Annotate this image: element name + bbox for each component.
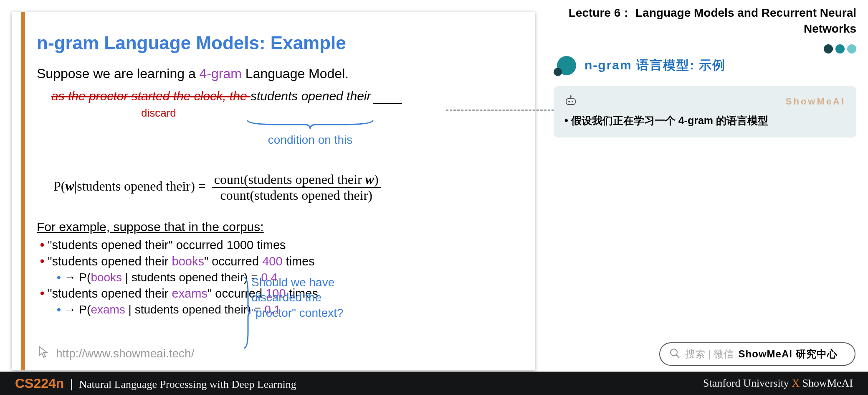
condition-label: condition on this (245, 133, 375, 147)
intro-em: 4-gram (200, 66, 242, 81)
example-sentence: as the proctor started the clock, the st… (51, 89, 523, 104)
formula-num-pre: count(students opened their (214, 172, 365, 187)
intro-line: Suppose we are learning a 4-gram Languag… (37, 66, 523, 82)
probability-formula: P(w|students opened their) = count(stude… (53, 172, 523, 203)
condition-annotation: condition on this (245, 120, 375, 147)
svg-rect-0 (566, 99, 575, 104)
formula-den: count(students opened their) (212, 187, 381, 203)
section-title: n-gram 语言模型: 示例 (585, 57, 726, 74)
footer-right: Stanford University X ShowMeAI (703, 377, 853, 390)
accent-bar (21, 12, 25, 370)
decorative-dots (554, 44, 856, 55)
svg-point-1 (568, 101, 570, 102)
slide-title: n-gram Language Models: Example (37, 33, 523, 54)
discarded-text: as the proctor started the clock, the (51, 89, 251, 103)
svg-point-5 (671, 349, 677, 356)
search-label: ShowMeAI 研究中心 (739, 347, 838, 361)
right-column: Lecture 6： Language Models and Recurrent… (539, 0, 868, 372)
svg-point-2 (572, 101, 573, 102)
slide: n-gram Language Models: Example Suppose … (12, 12, 535, 370)
course-subtitle: Natural Language Processing with Deep Le… (79, 378, 296, 391)
robot-icon (564, 95, 577, 108)
brace-icon (245, 120, 375, 133)
formula-lhs-pre: P( (53, 178, 65, 194)
svg-line-6 (676, 355, 679, 358)
discard-label: discard (141, 107, 523, 120)
section-header: n-gram 语言模型: 示例 (554, 56, 856, 75)
search-box[interactable]: 搜索 | 微信 ShowMeAI 研究中心 (659, 342, 855, 366)
footer-bar: CS224n | Natural Language Processing wit… (0, 372, 868, 395)
note-line: 假设我们正在学习一个 4-gram 的语言模型 (564, 114, 845, 127)
side-note: Should we have discarded the "proctor" c… (251, 275, 360, 321)
translation-note: ShowMeAI 假设我们正在学习一个 4-gram 的语言模型 (554, 86, 856, 138)
brand-label: ShowMeAI (786, 96, 845, 107)
formula-num-post: ) (374, 172, 379, 187)
side-brace-icon (242, 275, 251, 350)
corpus-heading: For example, suppose that in the corpus: (37, 220, 523, 234)
search-icon (669, 348, 680, 360)
intro-pre: Suppose we are learning a (37, 66, 200, 81)
section-icon (554, 56, 579, 75)
formula-w1: w (65, 178, 74, 194)
course-code: CS224n (15, 376, 64, 391)
list-item: "students opened their" occurred 1000 ti… (40, 238, 523, 252)
blank-slot (373, 89, 402, 104)
svg-point-4 (570, 95, 572, 97)
pipe: | (70, 377, 73, 391)
cursor-icon (37, 345, 51, 362)
formula-w2: w (365, 172, 374, 187)
source-link[interactable]: http://www.showmeai.tech/ (37, 345, 194, 362)
context-text: students opened their (251, 89, 371, 103)
formula-lhs-mid: |students opened their) = (74, 178, 209, 194)
list-item: "students opened their books" occurred 4… (40, 255, 523, 268)
intro-post: Language Model. (242, 66, 349, 81)
search-placeholder: 搜索 | 微信 (685, 347, 734, 361)
lecture-title: Lecture 6： Language Models and Recurrent… (554, 5, 856, 37)
link-text: http://www.showmeai.tech/ (56, 347, 194, 360)
